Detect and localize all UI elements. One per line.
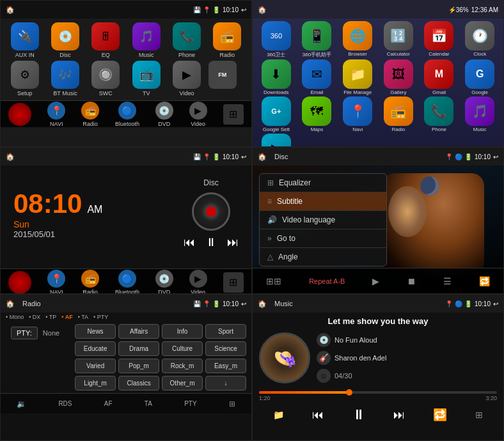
app-video[interactable]: ▶ Video — [168, 61, 205, 97]
back-icon-1[interactable]: ↩ — [241, 6, 246, 13]
app-browser[interactable]: 🌐Browser — [338, 21, 377, 58]
pty-classics[interactable]: Classics — [118, 376, 159, 391]
nav-radio[interactable]: 📻 Radio — [81, 102, 99, 127]
repeat-button[interactable]: 🔁 — [433, 408, 447, 422]
app-music-2[interactable]: 🎵Music — [460, 97, 500, 132]
nav-video-3[interactable]: ▶Video — [189, 270, 207, 295]
settings-icon[interactable]: ⊞ — [229, 399, 235, 408]
dvd-bottom-controls: ⊞⊞ Repeat A-B ▶ ⏹ ☰ 🔁 — [253, 268, 503, 293]
dvd-list-button[interactable]: ☰ — [443, 276, 452, 286]
pty-down-arrow[interactable]: ↓ — [205, 376, 246, 391]
menu-equalizer[interactable]: ⊞Equalizer — [260, 174, 386, 192]
pty-light-m[interactable]: Light_m — [75, 376, 116, 391]
nav-dvd[interactable]: 💿 DVD — [155, 102, 173, 127]
menu-angle[interactable]: △Angle — [260, 248, 386, 266]
clock-main-section: 08:10 AM Sun 2015/05/01 Disc ⏮ ⏸ ⏭ — [1, 166, 251, 262]
nav-dvd-3[interactable]: 💿DVD — [155, 270, 173, 295]
nav-navi-3[interactable]: 📍NAVI — [47, 270, 65, 295]
vol-down-icon[interactable]: 🔉 — [17, 399, 26, 408]
af-button[interactable]: AF — [104, 400, 113, 407]
folder-icon[interactable]: 📁 — [273, 410, 284, 420]
app-swc[interactable]: 🔘 SWC — [87, 61, 125, 97]
app-clock[interactable]: 🕐Clock — [460, 21, 500, 58]
app-downloads[interactable]: ⬇Downloads — [256, 59, 296, 95]
pty-varied[interactable]: Varied — [75, 359, 116, 373]
home-icon-5: 🏠 — [6, 300, 15, 308]
dvd-repeat-button[interactable]: 🔁 — [479, 276, 490, 286]
app-360-guard[interactable]: 360360卫士 — [256, 21, 296, 58]
app-gmail[interactable]: MGmail — [420, 59, 459, 95]
pty-pop-m[interactable]: Pop_m — [118, 359, 159, 373]
back-icon-6[interactable]: ↩ — [493, 300, 498, 307]
rds-button[interactable]: RDS — [58, 400, 72, 407]
nav-bluetooth-3[interactable]: 🔵Bluetooth — [115, 270, 139, 295]
app-tv[interactable]: 📺 TV — [127, 61, 165, 97]
app-eq[interactable]: 🎚 EQ — [87, 22, 125, 58]
music-settings-icon[interactable]: ⊞ — [475, 410, 483, 420]
pty-rock-m[interactable]: Rock_m — [162, 359, 203, 373]
pty-easy-m[interactable]: Easy_m — [205, 359, 246, 373]
app-file-manager[interactable]: 📁File Manage — [338, 59, 377, 95]
music-main-section: 👒 💿 No Fun Aloud 🎸 Sharon den Adel ☺ 04/… — [253, 327, 503, 389]
next-button[interactable]: ⏭ — [227, 236, 239, 249]
nav-radio-3[interactable]: 📻Radio — [81, 270, 99, 295]
app-radio[interactable]: 📻 Radio — [209, 22, 246, 58]
app-phone-2[interactable]: 📞Phone — [420, 97, 459, 132]
nav-bluetooth[interactable]: 🔵 Bluetooth — [115, 102, 139, 127]
app-navi-2[interactable]: 📍Navi — [338, 97, 377, 132]
status-bar-panel6: 🏠Music 📍 🔵 🔋 10:10 ↩ — [253, 295, 503, 313]
car-button-3[interactable] — [8, 271, 31, 294]
app-360-assistant[interactable]: 📱360手机助手 — [297, 21, 337, 58]
play-pause-music-button[interactable]: ⏸ — [352, 406, 366, 423]
radio-3-icon: 📻 — [81, 270, 99, 288]
grid-button-3[interactable]: ⊞ — [223, 272, 244, 293]
app-video-player[interactable]: ▶VideoPlayer — [256, 134, 296, 147]
progress-bar[interactable] — [259, 391, 497, 394]
prev-button[interactable]: ⏮ — [184, 236, 195, 249]
repeat-ab-label[interactable]: Repeat A-B — [309, 277, 345, 285]
pty-drama[interactable]: Drama — [118, 341, 159, 356]
pty-educate[interactable]: Educate — [75, 341, 116, 356]
back-icon-4[interactable]: ↩ — [493, 153, 498, 160]
app-radio-2[interactable]: 📻Radio — [379, 97, 418, 132]
pty-culture[interactable]: Culture — [162, 341, 203, 356]
dvd-play-button[interactable]: ▶ — [372, 276, 379, 286]
next-track-button[interactable]: ⏭ — [393, 408, 405, 422]
app-google[interactable]: GGoogle — [460, 59, 500, 95]
app-calendar[interactable]: 📅Calendar — [420, 21, 459, 58]
app-bt-music[interactable]: 🎶 BT Music — [46, 61, 84, 97]
pty-affairs[interactable]: Affairs — [118, 324, 159, 339]
app-gallery[interactable]: 🖼Gallery — [379, 59, 418, 95]
app-google-settings[interactable]: G+Google Sett — [256, 97, 296, 132]
pty-science[interactable]: Science — [205, 341, 246, 356]
back-icon-3[interactable]: ↩ — [241, 153, 246, 160]
app-maps[interactable]: 🗺Maps — [297, 97, 337, 132]
app-phone[interactable]: 📞 Phone — [168, 22, 205, 58]
play-pause-button[interactable]: ⏸ — [205, 236, 217, 249]
dvd-menu-button[interactable]: ⊞⊞ — [266, 276, 281, 286]
back-icon-5[interactable]: ↩ — [241, 300, 246, 307]
prev-track-button[interactable]: ⏮ — [312, 408, 324, 422]
ta-button[interactable]: TA — [145, 400, 152, 407]
menu-video-language[interactable]: 🔊Video language — [260, 211, 386, 229]
gallery-icon: 🖼 — [384, 59, 413, 89]
app-calculator[interactable]: 🔢Calculator — [379, 21, 418, 58]
nav-video[interactable]: ▶ Video — [189, 102, 207, 127]
app-music[interactable]: 🎵 Music — [127, 22, 165, 58]
menu-subtitle[interactable]: ≡Subtitle — [260, 192, 386, 211]
music-label: Music — [139, 52, 154, 58]
dvd-stop-button[interactable]: ⏹ — [407, 276, 416, 286]
nav-navi[interactable]: 📍 NAVI — [47, 102, 65, 127]
pty-other-m[interactable]: Other_m — [162, 376, 203, 391]
pty-bottom-button[interactable]: PTY — [184, 400, 196, 407]
pty-info[interactable]: Info — [162, 324, 203, 339]
pty-sport[interactable]: Sport — [205, 324, 246, 339]
app-email[interactable]: ✉Email — [297, 59, 337, 95]
car-button[interactable] — [8, 103, 31, 126]
app-aux-in[interactable]: 🔌 AUX IN — [6, 22, 43, 58]
grid-button[interactable]: ⊞ — [223, 104, 244, 125]
menu-goto[interactable]: »Go to — [260, 229, 386, 248]
app-disc[interactable]: 💿 Disc — [46, 22, 84, 58]
pty-news[interactable]: News — [75, 324, 116, 339]
app-setup[interactable]: ⚙ Setup — [6, 61, 43, 97]
